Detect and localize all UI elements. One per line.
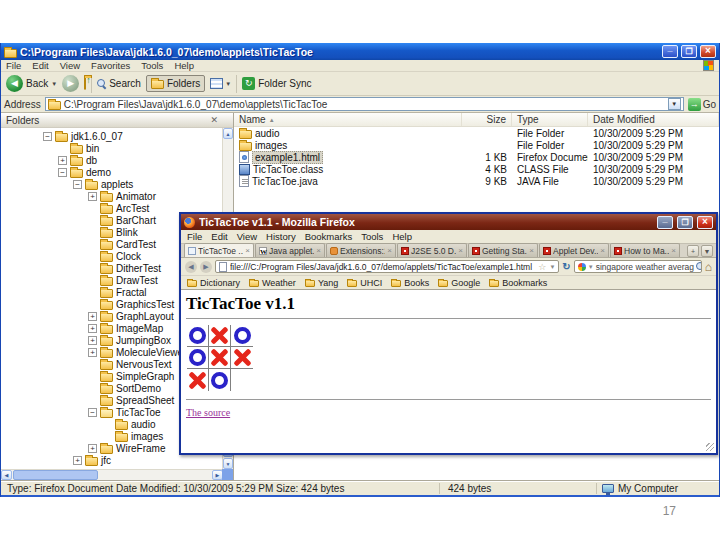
expand-toggle-icon[interactable]: + bbox=[88, 444, 97, 453]
file-row-tictactoe-java[interactable]: TicTacToe.java9 KBJAVA File10/30/2009 5:… bbox=[234, 175, 719, 187]
source-link[interactable]: The source bbox=[186, 407, 230, 418]
tab-j2se-5-0-d[interactable]: J2SE 5.0 D...× bbox=[397, 243, 467, 257]
firefox-menu-history[interactable]: History bbox=[266, 231, 296, 242]
bookmark-books[interactable]: Books bbox=[391, 278, 429, 288]
tree-item-applets[interactable]: −applets bbox=[1, 178, 233, 190]
board-cell-2-1[interactable] bbox=[209, 369, 231, 391]
resize-grip[interactable] bbox=[706, 443, 714, 451]
back-button[interactable]: ◀ Back ▼ bbox=[6, 75, 57, 92]
tab-java-applet[interactable]: Java applet...× bbox=[255, 243, 325, 257]
explorer-menu-tools[interactable]: Tools bbox=[141, 60, 163, 71]
collapse-toggle-icon[interactable]: − bbox=[88, 408, 97, 417]
tree-item-demo[interactable]: −demo bbox=[1, 166, 233, 178]
board-cell-0-1[interactable] bbox=[209, 325, 231, 347]
minimize-button[interactable] bbox=[662, 45, 678, 58]
views-button[interactable]: ▼ bbox=[210, 78, 231, 89]
explorer-menu-view[interactable]: View bbox=[60, 60, 80, 71]
tab-close-icon[interactable]: × bbox=[671, 246, 676, 255]
folder-sync-button[interactable]: ↻ Folder Sync bbox=[242, 77, 311, 90]
bookmark-star-icon[interactable]: ☆ bbox=[538, 262, 546, 272]
file-row-example1-html[interactable]: example1.html1 KBFirefox Document10/30/2… bbox=[234, 151, 719, 163]
url-dropdown-icon[interactable]: ▼ bbox=[549, 264, 555, 270]
tree-item-bin[interactable]: bin bbox=[1, 142, 233, 154]
firefox-minimize-button[interactable] bbox=[657, 216, 673, 229]
expand-toggle-icon[interactable]: + bbox=[88, 348, 97, 357]
board-cell-1-2[interactable] bbox=[231, 347, 253, 369]
expand-toggle-icon[interactable]: + bbox=[88, 336, 97, 345]
horizontal-scroll-thumb[interactable] bbox=[13, 470, 98, 480]
tree-item-animator[interactable]: +Animator bbox=[1, 190, 233, 202]
explorer-menu-help[interactable]: Help bbox=[174, 60, 194, 71]
explorer-menu-file[interactable]: File bbox=[6, 60, 21, 71]
file-row-tictactoe-class[interactable]: TicTacToe.class4 KBCLASS File10/30/2009 … bbox=[234, 163, 719, 175]
tab-close-icon[interactable]: × bbox=[245, 246, 250, 255]
tab-extensions-1[interactable]: Extensions:1...× bbox=[326, 243, 396, 257]
search-box[interactable]: ▼ singapore weather averag bbox=[574, 260, 702, 273]
tab-close-icon[interactable]: × bbox=[600, 246, 605, 255]
firefox-menu-edit[interactable]: Edit bbox=[211, 231, 227, 242]
expand-toggle-icon[interactable]: + bbox=[88, 324, 97, 333]
firefox-menu-tools[interactable]: Tools bbox=[361, 231, 383, 242]
reload-button[interactable]: ↻ bbox=[562, 261, 570, 272]
search-engine-dropdown-icon[interactable]: ▼ bbox=[588, 264, 594, 270]
search-go-icon[interactable] bbox=[696, 262, 702, 271]
bookmark-dictionary[interactable]: Dictionary bbox=[187, 278, 240, 288]
tab-how-to-ma[interactable]: How to Ma...× bbox=[610, 243, 680, 257]
board-cell-1-0[interactable] bbox=[187, 347, 209, 369]
column-header-name[interactable]: Name▲ bbox=[234, 113, 462, 126]
collapse-toggle-icon[interactable]: − bbox=[58, 168, 67, 177]
column-header-type[interactable]: Type bbox=[512, 113, 588, 126]
tree-item-db[interactable]: +db bbox=[1, 154, 233, 166]
bookmark-yang[interactable]: Yang bbox=[305, 278, 338, 288]
tab-close-icon[interactable]: × bbox=[316, 246, 321, 255]
scroll-down-button[interactable]: ▼ bbox=[223, 458, 233, 469]
tab-getting-sta[interactable]: Getting Sta...× bbox=[468, 243, 538, 257]
back-dropdown-icon[interactable]: ▼ bbox=[51, 81, 57, 87]
address-input[interactable]: C:\Program Files\Java\jdk1.6.0_07\demo\a… bbox=[45, 97, 684, 111]
maximize-button[interactable] bbox=[681, 45, 697, 58]
folders-button[interactable]: Folders bbox=[146, 75, 205, 92]
tab-list-button[interactable]: ▼ bbox=[701, 245, 713, 257]
scroll-up-button[interactable]: ▲ bbox=[223, 128, 233, 139]
tab-applet-dev[interactable]: Applet Dev...× bbox=[539, 243, 609, 257]
board-cell-2-2[interactable] bbox=[231, 369, 253, 391]
tab-close-icon[interactable]: × bbox=[458, 246, 463, 255]
new-tab-button[interactable]: + bbox=[687, 245, 699, 257]
folders-pane-close-icon[interactable]: ✕ bbox=[210, 115, 218, 125]
nav-back-button[interactable]: ◀ bbox=[185, 261, 197, 273]
board-cell-0-0[interactable] bbox=[187, 325, 209, 347]
expand-toggle-icon[interactable]: + bbox=[73, 456, 82, 465]
scroll-left-button[interactable]: ◀ bbox=[1, 470, 12, 480]
board-cell-2-0[interactable] bbox=[187, 369, 209, 391]
tab-close-icon[interactable]: × bbox=[529, 246, 534, 255]
firefox-menu-bookmarks[interactable]: Bookmarks bbox=[305, 231, 353, 242]
firefox-maximize-button[interactable] bbox=[677, 216, 693, 229]
tab-close-icon[interactable]: × bbox=[387, 246, 392, 255]
bookmark-google[interactable]: Google bbox=[438, 278, 480, 288]
address-dropdown-button[interactable]: ▼ bbox=[668, 98, 681, 110]
firefox-menu-help[interactable]: Help bbox=[392, 231, 412, 242]
explorer-menu-edit[interactable]: Edit bbox=[32, 60, 48, 71]
firefox-menu-view[interactable]: View bbox=[237, 231, 257, 242]
expand-toggle-icon[interactable]: + bbox=[88, 192, 97, 201]
board-cell-0-2[interactable] bbox=[231, 325, 253, 347]
home-button[interactable]: ⌂ bbox=[705, 261, 712, 273]
collapse-toggle-icon[interactable]: − bbox=[43, 132, 52, 141]
firefox-close-button[interactable] bbox=[697, 216, 713, 229]
bookmark-bookmarks[interactable]: Bookmarks bbox=[489, 278, 547, 288]
board-cell-1-1[interactable] bbox=[209, 347, 231, 369]
up-button[interactable]: ↑ bbox=[84, 78, 86, 89]
firefox-menu-file[interactable]: File bbox=[187, 231, 202, 242]
column-header-size[interactable]: Size bbox=[462, 113, 512, 126]
url-bar[interactable]: file:///C:/Program Files/Java/jdk1.6.0_0… bbox=[215, 260, 559, 273]
nav-forward-button[interactable]: ▶ bbox=[200, 261, 212, 273]
file-row-images[interactable]: imagesFile Folder10/30/2009 5:29 PM bbox=[234, 139, 719, 151]
tree-item-jdk1-6-0-07[interactable]: −jdk1.6.0_07 bbox=[1, 130, 233, 142]
bookmark-weather[interactable]: Weather bbox=[249, 278, 296, 288]
go-button[interactable]: → Go bbox=[688, 98, 716, 111]
explorer-menu-favorites[interactable]: Favorites bbox=[91, 60, 130, 71]
file-row-audio[interactable]: audioFile Folder10/30/2009 5:29 PM bbox=[234, 127, 719, 139]
tree-horizontal-scrollbar[interactable]: ◀ ▶ bbox=[1, 469, 223, 480]
bookmark-uhci[interactable]: UHCI bbox=[347, 278, 382, 288]
tab-tictactoe[interactable]: TicTacToe ...× bbox=[184, 243, 254, 257]
